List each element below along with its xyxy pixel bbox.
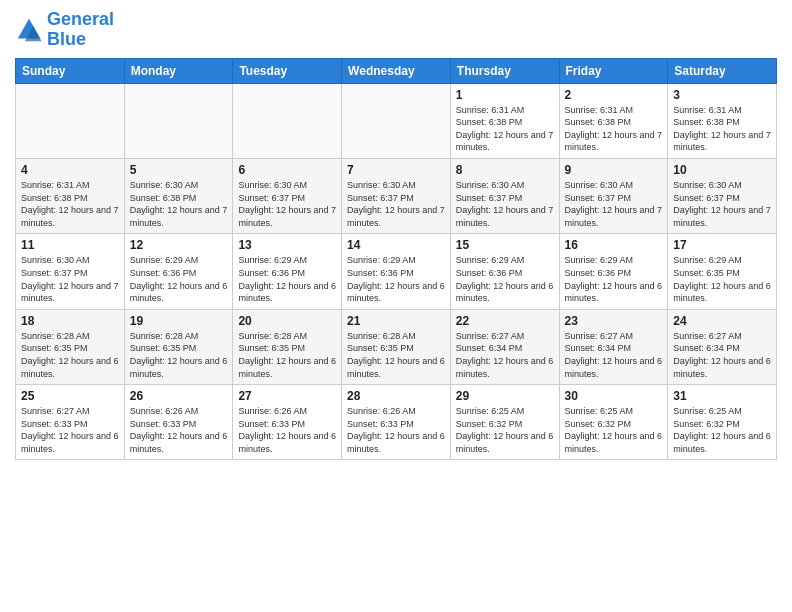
day-number: 3	[673, 88, 771, 102]
day-number: 11	[21, 238, 119, 252]
day-info: Sunrise: 6:31 AM Sunset: 6:38 PM Dayligh…	[673, 104, 771, 154]
calendar-cell: 31Sunrise: 6:25 AM Sunset: 6:32 PM Dayli…	[668, 385, 777, 460]
header: General Blue	[15, 10, 777, 50]
day-number: 14	[347, 238, 445, 252]
calendar-cell: 9Sunrise: 6:30 AM Sunset: 6:37 PM Daylig…	[559, 158, 668, 233]
calendar-cell: 29Sunrise: 6:25 AM Sunset: 6:32 PM Dayli…	[450, 385, 559, 460]
day-number: 8	[456, 163, 554, 177]
day-info: Sunrise: 6:26 AM Sunset: 6:33 PM Dayligh…	[130, 405, 228, 455]
day-number: 31	[673, 389, 771, 403]
day-info: Sunrise: 6:30 AM Sunset: 6:37 PM Dayligh…	[21, 254, 119, 304]
logo-text: General Blue	[47, 10, 114, 50]
day-number: 29	[456, 389, 554, 403]
calendar-cell: 11Sunrise: 6:30 AM Sunset: 6:37 PM Dayli…	[16, 234, 125, 309]
calendar-week-1: 1Sunrise: 6:31 AM Sunset: 6:38 PM Daylig…	[16, 83, 777, 158]
calendar-cell: 23Sunrise: 6:27 AM Sunset: 6:34 PM Dayli…	[559, 309, 668, 384]
calendar-week-3: 11Sunrise: 6:30 AM Sunset: 6:37 PM Dayli…	[16, 234, 777, 309]
calendar-cell: 13Sunrise: 6:29 AM Sunset: 6:36 PM Dayli…	[233, 234, 342, 309]
day-number: 18	[21, 314, 119, 328]
day-number: 2	[565, 88, 663, 102]
day-number: 25	[21, 389, 119, 403]
calendar-cell: 26Sunrise: 6:26 AM Sunset: 6:33 PM Dayli…	[124, 385, 233, 460]
day-header-tuesday: Tuesday	[233, 58, 342, 83]
calendar-cell: 3Sunrise: 6:31 AM Sunset: 6:38 PM Daylig…	[668, 83, 777, 158]
calendar-cell: 7Sunrise: 6:30 AM Sunset: 6:37 PM Daylig…	[342, 158, 451, 233]
day-info: Sunrise: 6:27 AM Sunset: 6:34 PM Dayligh…	[673, 330, 771, 380]
calendar-cell: 19Sunrise: 6:28 AM Sunset: 6:35 PM Dayli…	[124, 309, 233, 384]
day-number: 5	[130, 163, 228, 177]
calendar-cell: 1Sunrise: 6:31 AM Sunset: 6:38 PM Daylig…	[450, 83, 559, 158]
day-info: Sunrise: 6:29 AM Sunset: 6:36 PM Dayligh…	[130, 254, 228, 304]
day-info: Sunrise: 6:27 AM Sunset: 6:34 PM Dayligh…	[456, 330, 554, 380]
day-number: 24	[673, 314, 771, 328]
calendar-cell: 5Sunrise: 6:30 AM Sunset: 6:38 PM Daylig…	[124, 158, 233, 233]
day-info: Sunrise: 6:27 AM Sunset: 6:34 PM Dayligh…	[565, 330, 663, 380]
day-header-friday: Friday	[559, 58, 668, 83]
calendar-cell: 18Sunrise: 6:28 AM Sunset: 6:35 PM Dayli…	[16, 309, 125, 384]
day-number: 23	[565, 314, 663, 328]
day-info: Sunrise: 6:28 AM Sunset: 6:35 PM Dayligh…	[238, 330, 336, 380]
day-info: Sunrise: 6:30 AM Sunset: 6:37 PM Dayligh…	[347, 179, 445, 229]
day-info: Sunrise: 6:29 AM Sunset: 6:35 PM Dayligh…	[673, 254, 771, 304]
calendar-cell: 12Sunrise: 6:29 AM Sunset: 6:36 PM Dayli…	[124, 234, 233, 309]
calendar-cell: 17Sunrise: 6:29 AM Sunset: 6:35 PM Dayli…	[668, 234, 777, 309]
calendar-header-row: SundayMondayTuesdayWednesdayThursdayFrid…	[16, 58, 777, 83]
calendar-cell	[342, 83, 451, 158]
day-number: 7	[347, 163, 445, 177]
day-info: Sunrise: 6:26 AM Sunset: 6:33 PM Dayligh…	[238, 405, 336, 455]
calendar-table: SundayMondayTuesdayWednesdayThursdayFrid…	[15, 58, 777, 461]
calendar-cell: 15Sunrise: 6:29 AM Sunset: 6:36 PM Dayli…	[450, 234, 559, 309]
day-info: Sunrise: 6:30 AM Sunset: 6:37 PM Dayligh…	[565, 179, 663, 229]
day-number: 27	[238, 389, 336, 403]
calendar-cell	[124, 83, 233, 158]
day-header-sunday: Sunday	[16, 58, 125, 83]
calendar-cell: 4Sunrise: 6:31 AM Sunset: 6:38 PM Daylig…	[16, 158, 125, 233]
day-number: 17	[673, 238, 771, 252]
day-info: Sunrise: 6:30 AM Sunset: 6:37 PM Dayligh…	[238, 179, 336, 229]
day-number: 20	[238, 314, 336, 328]
day-number: 19	[130, 314, 228, 328]
day-info: Sunrise: 6:29 AM Sunset: 6:36 PM Dayligh…	[347, 254, 445, 304]
calendar-cell: 22Sunrise: 6:27 AM Sunset: 6:34 PM Dayli…	[450, 309, 559, 384]
day-info: Sunrise: 6:25 AM Sunset: 6:32 PM Dayligh…	[673, 405, 771, 455]
day-number: 10	[673, 163, 771, 177]
day-info: Sunrise: 6:31 AM Sunset: 6:38 PM Dayligh…	[565, 104, 663, 154]
day-info: Sunrise: 6:28 AM Sunset: 6:35 PM Dayligh…	[347, 330, 445, 380]
calendar-cell	[233, 83, 342, 158]
day-number: 21	[347, 314, 445, 328]
day-number: 16	[565, 238, 663, 252]
day-info: Sunrise: 6:29 AM Sunset: 6:36 PM Dayligh…	[565, 254, 663, 304]
calendar-cell: 28Sunrise: 6:26 AM Sunset: 6:33 PM Dayli…	[342, 385, 451, 460]
day-info: Sunrise: 6:30 AM Sunset: 6:37 PM Dayligh…	[673, 179, 771, 229]
day-info: Sunrise: 6:29 AM Sunset: 6:36 PM Dayligh…	[238, 254, 336, 304]
calendar-cell: 21Sunrise: 6:28 AM Sunset: 6:35 PM Dayli…	[342, 309, 451, 384]
logo: General Blue	[15, 10, 114, 50]
calendar-cell: 20Sunrise: 6:28 AM Sunset: 6:35 PM Dayli…	[233, 309, 342, 384]
day-number: 22	[456, 314, 554, 328]
day-info: Sunrise: 6:31 AM Sunset: 6:38 PM Dayligh…	[21, 179, 119, 229]
calendar-cell: 8Sunrise: 6:30 AM Sunset: 6:37 PM Daylig…	[450, 158, 559, 233]
day-number: 9	[565, 163, 663, 177]
calendar-cell: 30Sunrise: 6:25 AM Sunset: 6:32 PM Dayli…	[559, 385, 668, 460]
calendar-cell	[16, 83, 125, 158]
day-number: 30	[565, 389, 663, 403]
day-info: Sunrise: 6:25 AM Sunset: 6:32 PM Dayligh…	[456, 405, 554, 455]
day-header-thursday: Thursday	[450, 58, 559, 83]
day-number: 4	[21, 163, 119, 177]
day-number: 13	[238, 238, 336, 252]
day-number: 26	[130, 389, 228, 403]
calendar-cell: 14Sunrise: 6:29 AM Sunset: 6:36 PM Dayli…	[342, 234, 451, 309]
day-header-monday: Monday	[124, 58, 233, 83]
day-info: Sunrise: 6:27 AM Sunset: 6:33 PM Dayligh…	[21, 405, 119, 455]
calendar-week-4: 18Sunrise: 6:28 AM Sunset: 6:35 PM Dayli…	[16, 309, 777, 384]
calendar-cell: 6Sunrise: 6:30 AM Sunset: 6:37 PM Daylig…	[233, 158, 342, 233]
day-number: 15	[456, 238, 554, 252]
day-info: Sunrise: 6:28 AM Sunset: 6:35 PM Dayligh…	[21, 330, 119, 380]
day-header-saturday: Saturday	[668, 58, 777, 83]
calendar-week-5: 25Sunrise: 6:27 AM Sunset: 6:33 PM Dayli…	[16, 385, 777, 460]
day-number: 1	[456, 88, 554, 102]
calendar-cell: 25Sunrise: 6:27 AM Sunset: 6:33 PM Dayli…	[16, 385, 125, 460]
page: General Blue SundayMondayTuesdayWednesda…	[0, 0, 792, 612]
day-header-wednesday: Wednesday	[342, 58, 451, 83]
calendar-cell: 2Sunrise: 6:31 AM Sunset: 6:38 PM Daylig…	[559, 83, 668, 158]
